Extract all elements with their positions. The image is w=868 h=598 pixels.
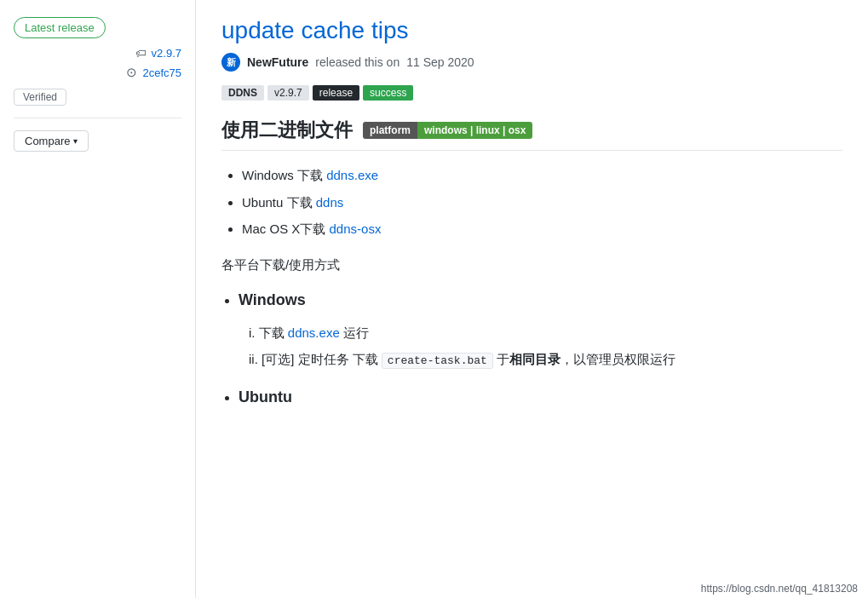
commit-link[interactable]: 2cefc75 — [142, 66, 181, 79]
author-link[interactable]: NewFuture — [247, 55, 308, 69]
release-title: update cache tips — [221, 17, 842, 44]
version-row: 🏷 v2.9.7 — [14, 47, 181, 60]
step1-post: 运行 — [340, 325, 369, 340]
commit-icon: ⊙ — [126, 65, 137, 80]
tags-row: DDNS v2.9.7 release success — [221, 85, 842, 101]
tag-version: v2.9.7 — [267, 85, 309, 101]
sidebar: Latest release 🏷 v2.9.7 ⊙ 2cefc75 Verifi… — [0, 0, 196, 598]
bottom-bar: https://blog.csdn.net/qq_41813208 — [691, 579, 868, 598]
step2-code: create-task.bat — [382, 353, 493, 369]
ubuntu-heading: Ubuntu — [239, 384, 842, 411]
step2-bold: 相同目录 — [509, 352, 560, 366]
download-mac-text: Mac OS X下载 — [242, 221, 330, 236]
ddns-osx-link[interactable]: ddns-osx — [330, 221, 382, 236]
step2-mid: 于 — [493, 352, 509, 366]
windows-steps: i. 下载 ddns.exe 运行 ii. [可选] 定时任务 下载 creat… — [239, 322, 842, 371]
ddns-link[interactable]: ddns — [316, 195, 344, 210]
tag-ddns: DDNS — [221, 85, 264, 101]
bottom-url: https://blog.csdn.net/qq_41813208 — [701, 583, 858, 595]
download-windows-item: Windows 下载 ddns.exe — [242, 164, 842, 187]
platform-value: windows | linux | osx — [417, 122, 532, 139]
step2-pre: ii. [可选] 定时任务 下载 — [249, 352, 382, 366]
main-content: update cache tips 新 NewFuture released t… — [196, 0, 868, 598]
ddns-exe-link[interactable]: ddns.exe — [326, 168, 378, 182]
download-list: Windows 下载 ddns.exe Ubuntu 下载 ddns Mac O… — [221, 164, 842, 240]
release-meta-row: 新 NewFuture released this on 11 Sep 2020 — [221, 53, 842, 72]
author-avatar: 新 — [221, 53, 240, 72]
step2-post: ，以管理员权限运行 — [560, 352, 675, 366]
tag-release: release — [313, 85, 359, 101]
windows-step1: i. 下载 ddns.exe 运行 — [249, 322, 842, 344]
tag-success: success — [363, 85, 413, 101]
platform-label: platform — [363, 122, 417, 139]
verified-wrapper: Verified — [14, 89, 66, 106]
compare-label: Compare — [25, 135, 70, 147]
ubuntu-section: Ubuntu — [239, 384, 842, 411]
sidebar-divider — [14, 118, 181, 118]
latest-release-badge[interactable]: Latest release — [14, 17, 106, 38]
windows-heading: Windows — [239, 287, 842, 313]
download-ubuntu-item: Ubuntu 下载 ddns — [242, 192, 842, 214]
platform-badge: platform windows | linux | osx — [363, 122, 532, 139]
windows-step2: ii. [可选] 定时任务 下载 create-task.bat 于相同目录，以… — [249, 348, 842, 371]
sidebar-meta: 🏷 v2.9.7 ⊙ 2cefc75 — [14, 47, 181, 80]
verified-button[interactable]: Verified — [14, 89, 66, 106]
section-title: 使用二进制文件 — [221, 118, 353, 143]
section-heading: 使用二进制文件 platform windows | linux | osx — [221, 118, 842, 151]
chevron-down-icon: ▾ — [73, 136, 78, 146]
download-ubuntu-text: Ubuntu 下载 — [242, 195, 316, 210]
step1-link[interactable]: ddns.exe — [288, 325, 340, 340]
compare-button[interactable]: Compare ▾ — [14, 130, 89, 152]
windows-section: Windows i. 下载 ddns.exe 运行 ii. [可选] 定时任务 … — [239, 287, 842, 371]
tag-icon: 🏷 — [135, 47, 147, 60]
platform-sections-list: Windows i. 下载 ddns.exe 运行 ii. [可选] 定时任务 … — [221, 287, 842, 411]
content-body: Windows 下载 ddns.exe Ubuntu 下载 ddns Mac O… — [221, 164, 842, 411]
released-text: released this on — [315, 55, 400, 69]
commit-row: ⊙ 2cefc75 — [14, 65, 181, 80]
download-windows-text: Windows 下载 — [242, 168, 326, 182]
version-link[interactable]: v2.9.7 — [152, 47, 181, 60]
download-mac-item: Mac OS X下载 ddns-osx — [242, 218, 842, 240]
step1-pre: i. 下载 — [249, 325, 288, 340]
platforms-heading: 各平台下载/使用方式 — [221, 254, 842, 276]
release-date: 11 Sep 2020 — [406, 55, 474, 69]
